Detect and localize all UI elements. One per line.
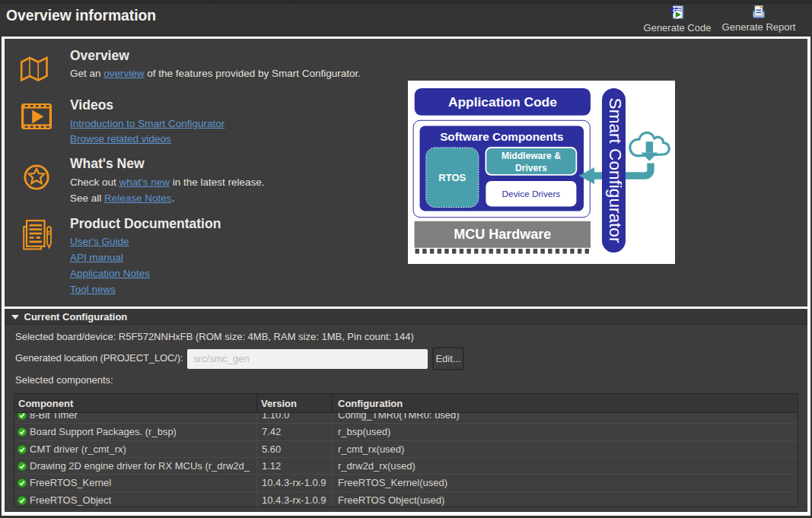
- svg-text:Drivers: Drivers: [515, 163, 547, 173]
- svg-text:Application Code: Application Code: [448, 94, 557, 110]
- svg-text:RTOS: RTOS: [438, 172, 466, 183]
- svg-text:Software Components: Software Components: [440, 130, 563, 143]
- svg-text:Smart Configurator: Smart Configurator: [606, 98, 625, 243]
- svg-text:Device Drivers: Device Drivers: [502, 189, 561, 199]
- svg-text:Middleware &: Middleware &: [502, 151, 561, 161]
- svg-text:MCU Hardware: MCU Hardware: [454, 227, 551, 242]
